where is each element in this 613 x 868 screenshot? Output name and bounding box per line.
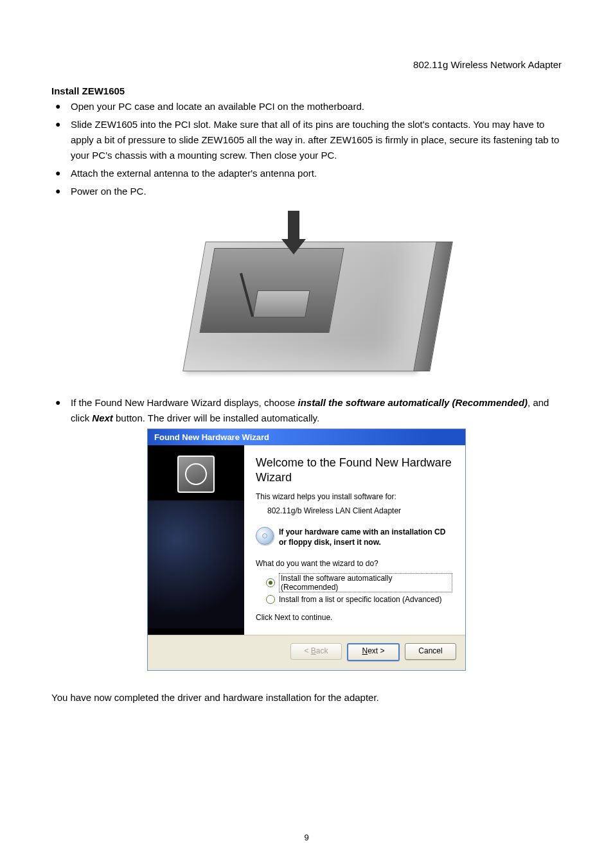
back-button: < Back bbox=[290, 643, 342, 660]
wizard-heading: Welcome to the Found New Hardware Wizard bbox=[256, 456, 452, 484]
cd-icon bbox=[256, 527, 274, 545]
wizard-cd-instruction: If your hardware came with an installati… bbox=[279, 527, 452, 547]
pc-install-figure bbox=[168, 208, 445, 376]
wizard-titlebar: Found New Hardware Wizard bbox=[148, 429, 465, 445]
list-item: Open your PC case and locate an availabl… bbox=[51, 99, 562, 114]
list-item: Power on the PC. bbox=[51, 184, 562, 199]
wizard-device-name: 802.11g/b Wireless LAN Client Adapter bbox=[267, 506, 452, 515]
instruction-list-2: If the Found New Hardware Wizard display… bbox=[51, 395, 562, 426]
wizard-helptext: This wizard helps you install software f… bbox=[256, 492, 452, 501]
wizard-question: What do you want the wizard to do? bbox=[256, 559, 452, 568]
wizard-button-row: < Back Next > Cancel bbox=[148, 635, 465, 670]
next-button[interactable]: Next > bbox=[347, 643, 400, 661]
wizard-side-panel bbox=[148, 445, 244, 635]
cancel-button[interactable]: Cancel bbox=[405, 643, 456, 660]
list-item: Slide ZEW1605 into the PCI slot. Make su… bbox=[51, 117, 562, 163]
wizard-side-art bbox=[148, 500, 244, 628]
wizard-continue-text: Click Next to continue. bbox=[256, 613, 452, 622]
section-title: Install ZEW1605 bbox=[51, 85, 562, 96]
list-item: If the Found New Hardware Wizard display… bbox=[51, 395, 562, 426]
header-product: 802.11g Wireless Network Adapter bbox=[51, 59, 562, 70]
list-item: Attach the external antenna to the adapt… bbox=[51, 166, 562, 181]
radio-install-from-list[interactable]: Install from a list or specific location… bbox=[266, 595, 452, 604]
instruction-list: Open your PC case and locate an availabl… bbox=[51, 99, 562, 199]
radio-label: Install from a list or specific location… bbox=[279, 595, 441, 604]
radio-install-automatically[interactable]: Install the software automatically (Reco… bbox=[266, 573, 452, 592]
found-new-hardware-wizard: Found New Hardware Wizard Welcome to the… bbox=[147, 429, 466, 671]
closing-text: You have now completed the driver and ha… bbox=[51, 690, 562, 705]
radio-label: Install the software automatically (Reco… bbox=[279, 573, 452, 592]
hardware-icon bbox=[177, 456, 215, 493]
radio-icon bbox=[266, 578, 275, 587]
radio-icon bbox=[266, 595, 275, 604]
page-number: 9 bbox=[0, 833, 613, 842]
